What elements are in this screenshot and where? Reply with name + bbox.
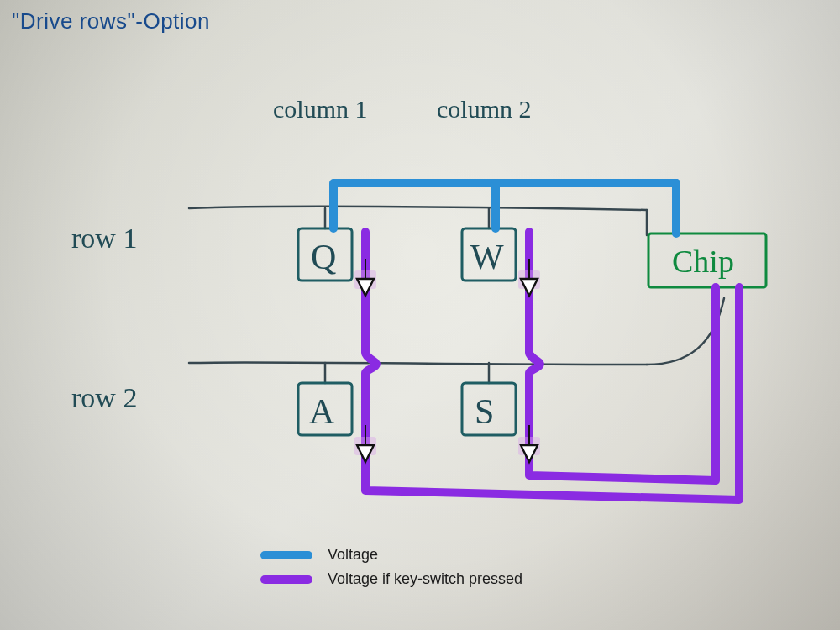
legend: Voltage Voltage if key-switch pressed [260, 546, 522, 595]
legend-row-voltage-if-pressed: Voltage if key-switch pressed [260, 570, 522, 588]
diagram-svg: column 1 column 2 row 1 row 2 [0, 0, 840, 630]
key-W-label: W [470, 238, 504, 276]
row-2-wire [189, 362, 647, 365]
legend-row-voltage: Voltage [260, 546, 522, 564]
column-2-label: column 2 [437, 95, 532, 123]
key-Q-label: Q [311, 238, 336, 276]
legend-label-voltage: Voltage [328, 546, 378, 564]
legend-swatch-voltage [260, 551, 312, 559]
row-2-label: row 2 [71, 382, 137, 413]
row-1-label: row 1 [71, 223, 137, 254]
key-S-label: S [475, 392, 494, 431]
legend-label-voltage-if-pressed: Voltage if key-switch pressed [328, 570, 522, 588]
diodes [354, 259, 540, 455]
chip-label: Chip [672, 244, 734, 279]
key-A-label: A [309, 392, 335, 431]
row-1-wire [189, 207, 647, 210]
chip-box: Chip [648, 234, 766, 287]
legend-swatch-voltage-if-pressed [260, 575, 312, 584]
diagram-stage: "Drive rows"-Option column 1 column 2 ro… [0, 0, 840, 630]
column-1-label: column 1 [273, 95, 368, 123]
